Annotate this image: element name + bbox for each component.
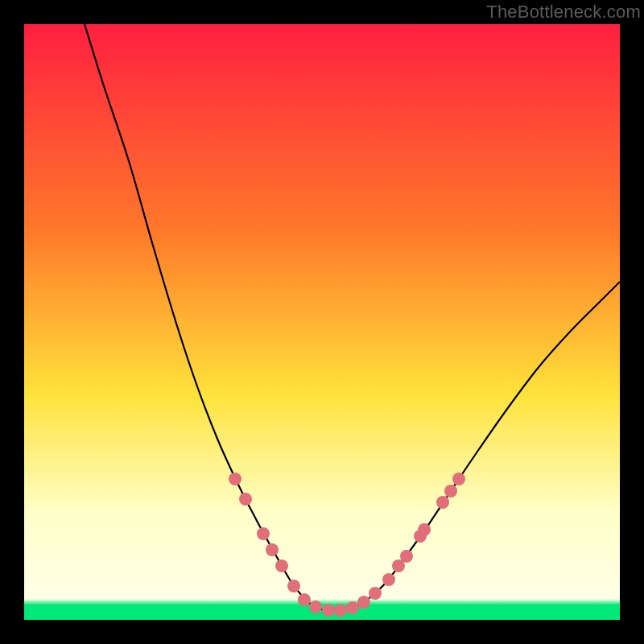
data-dot [400,550,413,563]
data-dot [287,580,300,592]
data-dot [444,485,457,497]
data-dot [418,523,431,536]
data-dot [275,559,288,572]
data-dot [322,604,335,617]
data-dot [266,543,279,556]
data-dot [309,601,322,613]
data-dot [369,587,382,600]
data-dot [436,496,449,509]
data-dot [257,527,270,540]
chart-frame: TheBottleneck.com [0,0,644,644]
data-dot [334,604,347,617]
data-dot [452,473,465,485]
plot-area [24,24,620,620]
data-dot [382,573,395,586]
data-dot [298,593,311,606]
data-dot [239,493,252,506]
data-dot [357,596,370,609]
data-dot [346,601,359,614]
watermark-label: TheBottleneck.com [486,2,641,23]
data-dot [229,473,242,485]
chart-svg [24,24,620,620]
